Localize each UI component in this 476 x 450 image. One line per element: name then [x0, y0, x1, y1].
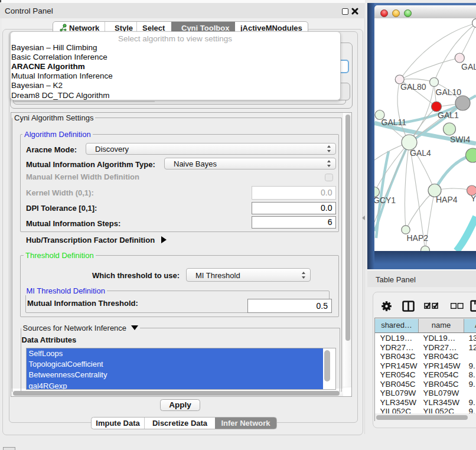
- svg-text:HAP4: HAP4: [436, 195, 458, 204]
- svg-text:GAL10: GAL10: [436, 87, 462, 97]
- svg-text:GAL11: GAL11: [382, 118, 407, 127]
- svg-text:GAL80: GAL80: [400, 82, 426, 92]
- svg-text:GAL4: GAL4: [410, 148, 431, 158]
- svg-text:GAL1: GAL1: [438, 110, 459, 120]
- svg-text:GCY1: GCY1: [374, 195, 396, 205]
- svg-text:HAP2: HAP2: [407, 233, 429, 243]
- svg-text:GAL7: GAL7: [461, 62, 476, 71]
- svg-text:SWI4: SWI4: [450, 135, 470, 144]
- svg-text:Y: Y: [471, 194, 476, 203]
